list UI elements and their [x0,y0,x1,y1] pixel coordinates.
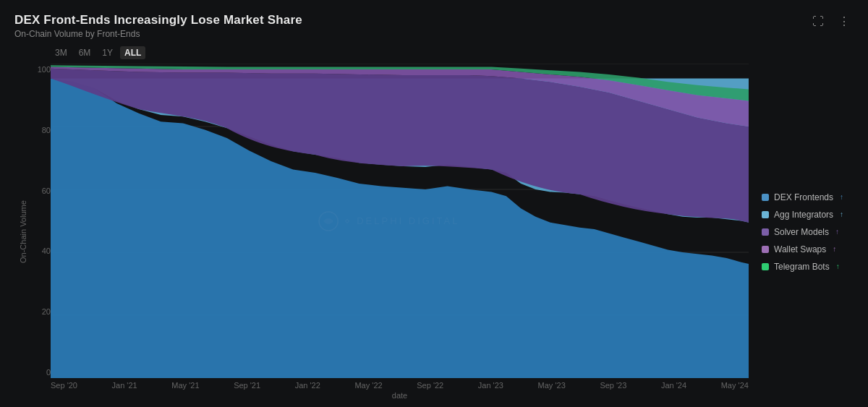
legend-item-wallet-swaps: Wallet Swaps ↑ [762,244,850,254]
legend-item-solver-models: Solver Models ↑ [762,227,850,237]
legend-label-solver: Solver Models [774,227,829,237]
y-tick-0: 0 [29,368,51,377]
legend-item-telegram-bots: Telegram Bots ↑ [762,262,850,272]
x-tick-sep20: Sep '20 [51,381,77,390]
y-tick-40: 40 [29,247,51,255]
x-tick-may21: May '21 [171,381,199,390]
x-tick-jan24: Jan '24 [661,381,686,390]
filter-3m[interactable]: 3M [51,46,72,59]
y-tick-60: 60 [29,187,51,195]
x-tick-sep21: Sep '21 [234,381,260,390]
legend-label-telegram: Telegram Bots [774,262,830,272]
header-row: DEX Front-Ends Increasingly Lose Market … [14,13,854,39]
legend-label-dex: DEX Frontends [774,192,833,202]
chart-canvas-area: 100 80 60 40 20 0 [29,64,749,378]
legend-color-wallet [762,246,769,253]
y-tick-100: 100 [29,65,51,74]
x-tick-jan22: Jan '22 [295,381,320,390]
legend-color-solver [762,228,769,236]
y-tick-20: 20 [29,307,51,316]
dashboard-container: DEX Front-Ends Increasingly Lose Market … [0,0,868,407]
more-options-button[interactable]: ⋮ [835,13,854,30]
legend-arrow-solver: ↑ [835,228,839,236]
filter-6m[interactable]: 6M [75,46,95,59]
x-tick-may22: May '22 [354,381,382,390]
x-axis: Sep '20 Jan '21 May '21 Sep '21 Jan '22 … [29,381,749,390]
legend-color-dex [762,194,769,201]
legend-arrow-agg: ↑ [840,210,843,218]
header-controls: ⛶ ⋮ [809,13,854,30]
chart-with-legend: 100 80 60 40 20 0 [29,64,854,400]
time-filter-group: 3M 6M 1Y ALL [51,46,854,59]
legend-label-agg: Agg Integrators [774,210,833,220]
x-tick-jan21: Jan '21 [112,381,137,390]
legend-item-agg-integrators: Agg Integrators ↑ [762,210,850,220]
legend-color-agg [762,211,769,218]
legend-color-telegram [762,263,769,270]
x-tick-sep23: Sep '23 [600,381,626,390]
x-tick-sep22: Sep '22 [417,381,443,390]
legend-arrow-dex: ↑ [840,193,843,201]
y-ticks: 100 80 60 40 20 0 [29,64,51,378]
x-axis-label: date [29,391,749,400]
legend: DEX Frontends ↑ Agg Integrators ↑ Solver… [749,64,854,400]
x-tick-may23: May '23 [538,381,566,390]
x-tick-jan23: Jan '23 [478,381,503,390]
chart-title: DEX Front-Ends Increasingly Lose Market … [14,13,302,27]
y-tick-80: 80 [29,126,51,134]
filter-all[interactable]: ALL [120,46,145,59]
area-chart-svg [51,64,749,378]
filter-1y[interactable]: 1Y [98,46,117,59]
chart-subtitle: On-Chain Volume by Front-Ends [14,29,302,39]
chart-area: On-Chain Volume 100 80 60 40 20 0 [14,64,854,400]
x-tick-may24: May '24 [721,381,749,390]
expand-button[interactable]: ⛶ [809,14,827,30]
legend-arrow-wallet: ↑ [833,245,836,253]
chart-inner: 100 80 60 40 20 0 [29,64,749,400]
legend-item-dex-frontends: DEX Frontends ↑ [762,192,850,202]
legend-label-wallet: Wallet Swaps [774,244,826,254]
title-section: DEX Front-Ends Increasingly Lose Market … [14,13,302,39]
y-axis-label: On-Chain Volume [14,64,29,400]
legend-arrow-telegram: ↑ [836,262,840,270]
